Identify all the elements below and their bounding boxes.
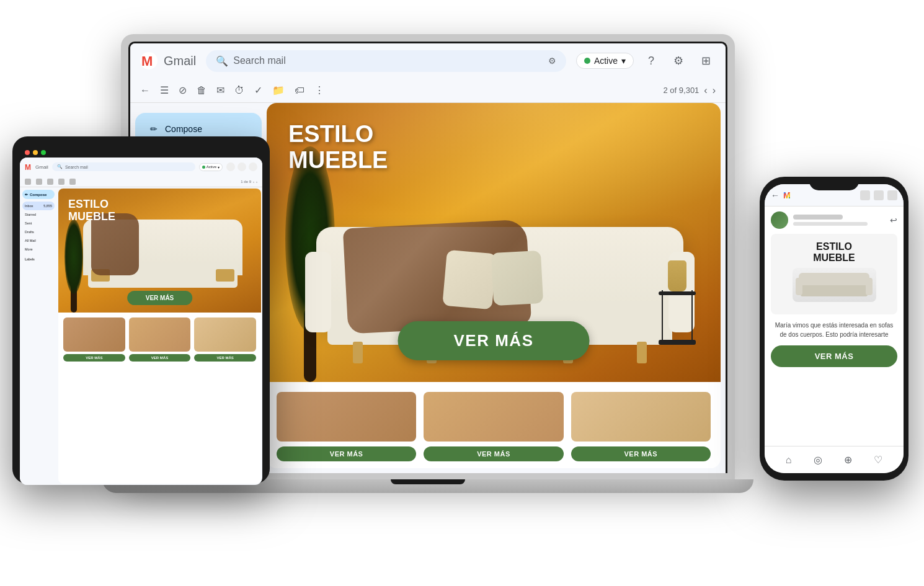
tablet-compose-button[interactable]: ✏ Compose [22,190,55,199]
settings-icon[interactable]: ⚙ [669,51,688,71]
phone-more-icon[interactable] [887,190,897,200]
phone-sender-name [793,215,843,220]
tablet-counter: 1 de 9 ‹ › [241,180,257,184]
phone-screen: ← M ↩ [765,184,904,473]
tablet-sidebar-inbox[interactable]: Inbox 5,855 [22,202,55,210]
back-icon[interactable]: ← [140,85,150,96]
spam-icon[interactable]: ⊘ [179,84,187,96]
tablet-next-icon[interactable]: › [256,180,257,184]
tablet-active-badge[interactable]: Active ▾ [199,163,223,171]
tablet-prev-icon[interactable]: ‹ [253,180,254,184]
task-icon[interactable]: ✓ [254,84,262,96]
email-content-area: ESTILO MUEBLE VER MÁS [267,103,721,468]
tablet-back-icon[interactable] [25,179,31,185]
delete-icon[interactable]: 🗑 [197,85,207,96]
gmail-toolbar: ← ☰ ⊘ 🗑 ✉ ⏱ ✓ 📁 🏷 ⋮ 2 of 9,301 [130,78,726,103]
phone-avatar [771,211,788,229]
tablet-gmail-header: M Gmail 🔍 Search mail Active ▾ [20,158,262,176]
next-icon[interactable]: › [713,85,716,96]
laptop-notch [391,479,465,484]
tablet-gmail-logo-svg: M [25,162,33,171]
tablet-product-2: VER MÁS [129,317,191,362]
phone-reply-icon[interactable]: ↩ [890,215,897,225]
gmail-header: M Gmail 🔍 Search mail ⚙ [130,43,726,78]
more-icon[interactable]: ⋮ [314,84,324,96]
mark-icon[interactable]: ✉ [216,84,224,96]
email-counter: 2 of 9,301 [664,86,700,95]
tablet-counter-text: 1 de 9 [241,180,251,184]
tablet-sidebar-allmail[interactable]: All Mail [22,236,55,245]
phone-back-icon[interactable]: ← [771,190,780,200]
tablet-sidebar: ✏ Compose Inbox 5,855 Starred Sent [20,187,57,485]
product-image-1 [277,392,416,442]
phone-brand-section: ESTILO MUEBLE [771,234,897,314]
phone-nav-heart[interactable]: ♡ [874,454,882,466]
phone-delete-icon[interactable] [874,190,884,200]
ver-mas-button-2[interactable]: VER MÁS [424,446,563,461]
tablet-archive-icon[interactable] [36,179,42,185]
tablet-sidebar-drafts[interactable]: Drafts [22,228,55,236]
tablet-product-img-2 [129,317,191,352]
phone-ver-mas-button[interactable]: VER MÁS [771,345,897,367]
tablet-sofa-leg-r [216,269,234,282]
phone-archive-icon[interactable] [860,190,870,200]
search-icon: 🔍 [216,55,228,67]
apps-icon[interactable]: ⊞ [696,51,716,71]
active-status-badge[interactable]: Active ▾ [576,53,634,69]
tablet-ver-mas-2[interactable]: VER MÁS [129,354,191,362]
ver-mas-button-laptop[interactable]: VER MÁS [398,321,590,360]
tablet-sidebar-more[interactable]: More [22,245,55,254]
filter-icon[interactable]: ⚙ [548,56,556,66]
tablet-content: ✏ Compose Inbox 5,855 Starred Sent [20,187,262,485]
hero-background: ESTILO MUEBLE VER MÁS [267,103,721,382]
tablet-brand-text: ESTILO MUEBLE [68,198,115,223]
ver-mas-button-3[interactable]: VER MÁS [571,446,711,461]
compose-label: Compose [165,124,202,134]
phone-sofa-illustration [793,268,876,302]
ver-mas-button-1[interactable]: VER MÁS [277,446,416,461]
phone-mueble-line: MUEBLE [778,252,890,264]
phone-nav-home[interactable]: ⌂ [786,455,792,466]
tablet-apps-icon[interactable] [249,162,257,171]
tablet-help-icon[interactable] [226,162,235,171]
tablet-sidebar-starred[interactable]: Starred [22,210,55,219]
tablet-gmail-text: Gmail [35,164,48,170]
tablet-dot-green [41,150,46,155]
email-hero: ESTILO MUEBLE VER MÁS [267,103,721,382]
pillow-1 [442,250,497,310]
label-icon[interactable]: 🏷 [295,85,304,96]
move-icon[interactable]: 📁 [272,84,285,96]
tablet-ver-mas-1[interactable]: VER MÁS [63,354,125,362]
main-scene: M Gmail 🔍 Search mail ⚙ [0,0,924,586]
product-image-3 [571,392,711,442]
tablet-more-icon[interactable] [69,179,76,185]
phone-brand-name: ESTILO MUEBLE [778,241,890,263]
tablet-mark-icon[interactable] [58,179,64,185]
phone-body: ← M ↩ [760,177,908,481]
prev-icon[interactable]: ‹ [704,85,707,96]
tablet-sidebar-sent[interactable]: Sent [22,219,55,228]
tablet-inbox-label: Inbox [25,204,33,208]
tablet-delete-icon[interactable] [47,179,53,185]
gmail-search-bar[interactable]: 🔍 Search mail ⚙ [206,50,566,72]
phone-sender-row: ↩ [765,206,904,234]
tablet-screen: M Gmail 🔍 Search mail Active ▾ [20,158,262,485]
tablet-email-area: ESTILO MUEBLE VER MÁS VER MÁS [58,189,261,484]
sofa-leg-1 [353,342,363,363]
tablet-plant [64,213,83,313]
snooze-icon[interactable]: ⏱ [234,85,244,96]
tablet-labels-header: Labels [22,254,55,262]
phone-nav-search[interactable]: ◎ [814,454,822,466]
brand-text-overlay: ESTILO MUEBLE [288,122,388,174]
product-cards-section: VER MÁS VER MÁS VER MÁS [267,382,721,468]
help-icon[interactable]: ? [641,51,661,71]
tablet-ver-mas-button[interactable]: VER MÁS [127,291,193,305]
tablet-toolbar: 1 de 9 ‹ › [20,176,262,187]
tablet-allmail-label: All Mail [25,239,36,242]
tablet-ver-mas-3[interactable]: VER MÁS [194,354,256,362]
phone-nav-add[interactable]: ⊕ [844,454,852,466]
tablet-search-text: Search mail [65,165,88,169]
tablet-search-bar[interactable]: 🔍 Search mail [52,162,195,171]
archive-icon[interactable]: ☰ [160,84,169,96]
tablet-settings-icon[interactable] [238,162,246,171]
